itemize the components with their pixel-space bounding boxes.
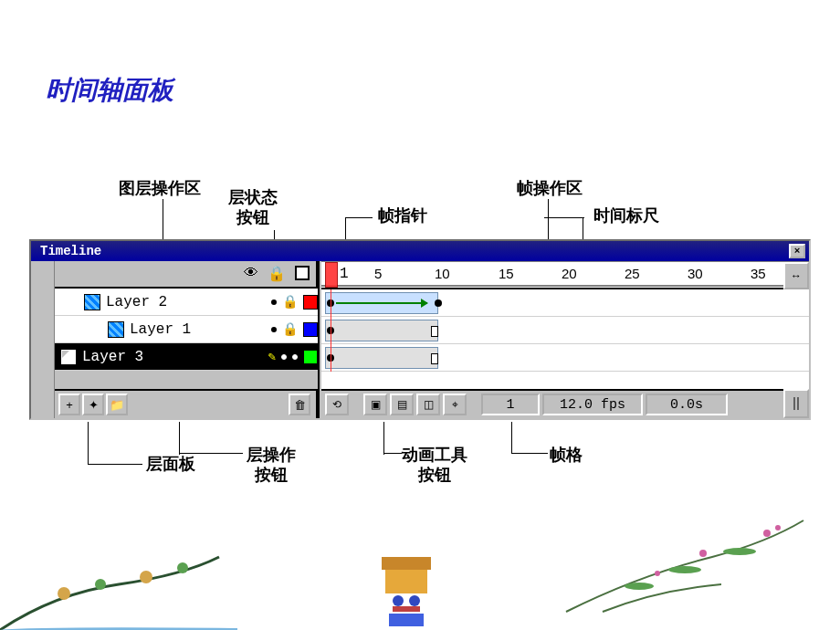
layer-icon <box>60 349 77 365</box>
fps-display: 12.0 fps <box>542 394 643 415</box>
lock-icon[interactable]: 🔒 <box>267 263 287 283</box>
decorative-branch-left <box>0 539 237 630</box>
layer-name: Layer 2 <box>106 294 266 310</box>
frame-rows <box>321 289 809 372</box>
anno-anim-tool-btns: 动画工具 按钮 <box>402 446 467 485</box>
anno-time-ruler: 时间标尺 <box>593 206 659 226</box>
svg-point-17 <box>723 548 756 555</box>
layer-header: 👁 🔒 <box>55 261 318 289</box>
left-gutter <box>31 261 55 418</box>
elapsed-time-display: 0.0s <box>646 394 728 415</box>
svg-point-15 <box>625 583 654 590</box>
frame-row-layer1[interactable] <box>321 317 809 344</box>
visibility-dot[interactable] <box>271 327 277 332</box>
lock-icon[interactable]: 🔒 <box>282 294 298 310</box>
playhead[interactable] <box>325 262 338 288</box>
svg-point-2 <box>95 579 106 590</box>
window-titlebar[interactable]: Timeline × <box>31 241 809 261</box>
svg-point-7 <box>393 595 404 606</box>
expand-button[interactable]: ↔ <box>783 262 809 289</box>
new-guide-button[interactable]: ✦ <box>82 394 104 415</box>
svg-point-14 <box>655 571 660 576</box>
anno-playhead: 帧指针 <box>378 206 427 226</box>
color-swatch[interactable] <box>303 322 318 337</box>
layer-row-2[interactable]: Layer 2 🔒 <box>55 289 318 316</box>
layer-footer: + ✦ 📁 🗑 <box>55 389 318 418</box>
close-button[interactable]: × <box>789 244 805 258</box>
layer-name: Layer 3 <box>82 349 263 365</box>
color-swatch[interactable] <box>303 295 318 310</box>
frames-area: 1 5 10 15 20 25 30 35 ↔ <box>321 261 809 418</box>
frame-footer: ⟲ ▣ ▤ ◫ ⌖ 1 12.0 fps 0.0s <box>321 389 809 418</box>
frame-row-layer2[interactable] <box>321 289 809 317</box>
anno-frame-cells: 帧格 <box>550 446 583 466</box>
svg-point-3 <box>140 571 152 583</box>
anno-layer-panel: 层面板 <box>146 455 195 475</box>
delete-layer-button[interactable]: 🗑 <box>289 394 310 415</box>
anno-layer-ops-btns: 层操作 按钮 <box>247 446 296 485</box>
anno-layer-ops-area: 图层操作区 <box>119 179 201 199</box>
tick-10: 10 <box>435 266 450 282</box>
layer-row-3[interactable]: Layer 3 ✎ <box>55 343 318 371</box>
pencil-icon: ✎ <box>268 349 276 364</box>
rewind-button[interactable]: ⟲ <box>325 394 349 415</box>
visibility-dot[interactable] <box>271 299 277 305</box>
anno-frame-ops-area: 帧操作区 <box>517 179 583 199</box>
new-folder-button[interactable]: 📁 <box>106 394 128 415</box>
lock-icon[interactable]: 🔒 <box>282 321 298 337</box>
tick-15: 15 <box>499 266 514 282</box>
new-layer-button[interactable]: + <box>58 394 80 415</box>
svg-rect-9 <box>393 606 420 612</box>
outline-toggle[interactable] <box>292 263 312 283</box>
onion-outline-button[interactable]: ▤ <box>390 394 414 415</box>
frame-row-layer3[interactable] <box>321 344 809 372</box>
timeline-window: Timeline × 👁 🔒 Layer 2 🔒 <box>29 239 811 420</box>
ruler-ticks <box>321 262 796 289</box>
decorative-sprite <box>365 548 447 630</box>
anno-layer-status-btns: 层状态 按钮 <box>228 188 278 227</box>
layer-row-1[interactable]: Layer 1 🔒 <box>55 316 318 343</box>
tick-25: 25 <box>625 266 640 282</box>
slide-title: 时间轴面板 <box>46 73 173 108</box>
svg-point-8 <box>409 595 420 606</box>
svg-point-11 <box>763 530 771 537</box>
current-frame-display: 1 <box>481 394 540 415</box>
color-swatch[interactable] <box>303 350 318 364</box>
layer-panel: 👁 🔒 Layer 2 🔒 Layer 1 🔒 <box>55 261 320 418</box>
visibility-dot[interactable] <box>281 354 287 360</box>
tick-35: 35 <box>751 266 766 282</box>
layer-icon <box>84 294 100 310</box>
svg-point-4 <box>177 562 188 573</box>
center-frame-button[interactable]: ⌖ <box>443 394 467 415</box>
lock-dot[interactable] <box>292 354 298 360</box>
edit-multi-frames-button[interactable]: ◫ <box>416 394 440 415</box>
eye-icon[interactable]: 👁 <box>241 263 261 283</box>
decorative-branch-right <box>548 511 822 621</box>
playhead-line <box>331 289 331 372</box>
svg-point-16 <box>668 566 701 573</box>
window-title: Timeline <box>35 244 789 258</box>
svg-rect-6 <box>382 557 431 570</box>
tick-30: 30 <box>688 266 703 282</box>
svg-point-13 <box>699 550 707 557</box>
svg-rect-10 <box>389 614 424 626</box>
scroll-grip[interactable] <box>783 389 809 418</box>
layer-icon <box>108 321 124 338</box>
time-ruler[interactable]: 1 5 10 15 20 25 30 35 ↔ <box>321 262 809 289</box>
tick-5: 5 <box>374 266 382 282</box>
onion-skin-button[interactable]: ▣ <box>363 394 387 415</box>
layer-name: Layer 1 <box>130 321 266 338</box>
tick-20: 20 <box>562 266 577 282</box>
svg-point-1 <box>58 587 70 600</box>
svg-point-12 <box>775 525 781 530</box>
